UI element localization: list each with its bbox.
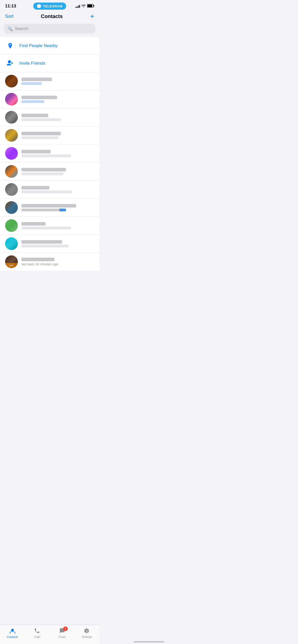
contact-name (21, 114, 48, 117)
contact-info (21, 168, 94, 175)
contact-name (21, 168, 66, 171)
location-icon (5, 41, 15, 51)
avatar (5, 75, 18, 87)
wifi-icon (82, 4, 86, 8)
status-icons (75, 4, 94, 8)
avatar (5, 93, 18, 106)
contact-item[interactable]: yrk1 last seen 18 minutes ago (0, 253, 99, 271)
avatar (5, 183, 18, 196)
avatar (5, 219, 18, 232)
contact-name (21, 222, 46, 226)
avatar (5, 129, 18, 142)
contact-status (21, 209, 66, 211)
contact-item[interactable] (0, 235, 99, 253)
contact-item[interactable] (0, 199, 99, 217)
search-container: 🔍 Search (0, 22, 99, 37)
last-seen-text: last seen 18 minutes ago (21, 262, 94, 266)
contact-status (21, 191, 72, 193)
avatar (5, 237, 18, 250)
find-nearby-label: Find People Nearby (19, 43, 58, 48)
contact-info (21, 150, 94, 157)
contact-info (21, 78, 94, 85)
contact-status (21, 82, 42, 85)
contact-name (21, 258, 55, 261)
contact-item[interactable] (0, 163, 99, 181)
contact-info (21, 186, 94, 193)
contact-name (21, 150, 51, 153)
contact-item[interactable] (0, 126, 99, 144)
invite-friends-item[interactable]: Invite Friends (0, 55, 99, 72)
contact-item[interactable] (0, 144, 99, 163)
invite-friends-label: Invite Friends (19, 61, 45, 66)
sort-button[interactable]: Sort (5, 14, 13, 19)
add-contact-button[interactable]: + (90, 13, 94, 20)
signal-icon (75, 4, 80, 8)
contact-info (21, 204, 94, 211)
contact-name (21, 96, 57, 99)
contact-name (21, 186, 49, 189)
contact-info (21, 114, 94, 121)
contact-name (21, 132, 61, 135)
contact-info (21, 96, 94, 103)
contact-status (21, 245, 69, 247)
contact-info (21, 132, 94, 139)
contact-status (21, 172, 63, 175)
svg-rect-1 (93, 5, 94, 7)
contact-status (21, 100, 44, 103)
contact-item[interactable] (0, 217, 99, 235)
avatar: yrk1 (5, 255, 18, 268)
avatar (5, 165, 18, 178)
contact-status (21, 154, 71, 157)
contact-item[interactable] (0, 108, 99, 126)
contact-name (21, 240, 62, 244)
page-title: Contacts (41, 13, 63, 19)
contact-info (21, 222, 94, 229)
contact-info (21, 240, 94, 247)
status-time: 11:13 (5, 4, 16, 9)
contact-item[interactable] (0, 72, 99, 90)
battery-percent (87, 4, 94, 8)
contacts-list: Find People Nearby Invite Friends (0, 37, 99, 271)
find-nearby-item[interactable]: Find People Nearby (0, 37, 99, 55)
contact-status (21, 118, 61, 121)
contact-name (21, 78, 52, 81)
contact-status (21, 136, 58, 139)
avatar (5, 111, 18, 124)
search-icon: 🔍 (8, 26, 13, 31)
avatar (5, 147, 18, 160)
search-bar[interactable]: 🔍 Search (4, 24, 95, 34)
search-input[interactable]: Search (15, 26, 29, 31)
telegram-label: TELEGRAM (43, 4, 63, 8)
nav-bar: Sort Contacts + (0, 11, 99, 22)
contact-info: last seen 18 minutes ago (21, 258, 94, 266)
person-add-icon (5, 58, 15, 68)
contact-status (21, 227, 71, 229)
contact-item[interactable] (0, 181, 99, 199)
svg-rect-2 (88, 5, 92, 7)
contact-item[interactable] (0, 90, 99, 108)
contact-name (21, 204, 76, 208)
battery-icon (87, 4, 94, 8)
avatar (5, 201, 18, 214)
telegram-badge: TELEGRAM (33, 3, 66, 10)
status-bar: 11:13 TELEGRAM (0, 0, 99, 11)
